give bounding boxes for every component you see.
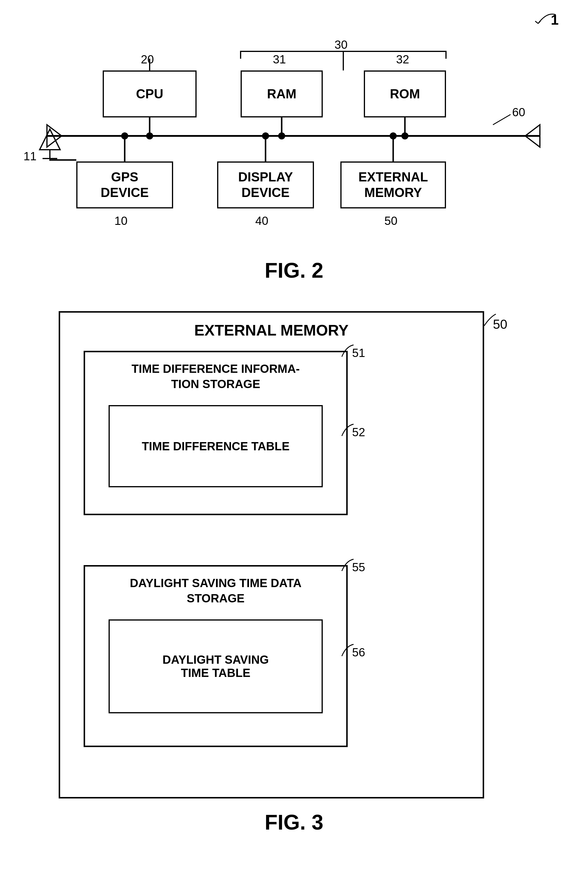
rom-box: ROM [364, 71, 446, 117]
ref-50-fig2: 50 [384, 214, 398, 227]
external-memory-label-fig2: EXTERNALMEMORY [358, 170, 428, 201]
time-diff-table-label: TIME DIFFERENCE TABLE [142, 440, 290, 453]
gps-device-box: GPSDEVICE [76, 161, 173, 209]
svg-line-0 [535, 21, 538, 24]
fig3-label: FIG. 3 [0, 810, 588, 834]
ref-30: 30 [334, 38, 348, 51]
antenna-svg [35, 126, 64, 161]
svg-line-19 [493, 114, 510, 125]
ref-40: 40 [255, 214, 268, 227]
time-diff-storage-box: TIME DIFFERENCE INFORMA-TION STORAGE TIM… [84, 351, 348, 515]
gps-device-label: GPSDEVICE [100, 170, 149, 201]
dst-storage-label: DAYLIGHT SAVING TIME DATASTORAGE [85, 575, 346, 606]
ref-56-arrow [340, 643, 355, 658]
ref-55-arrow [340, 558, 355, 572]
ref-51-arrow [340, 344, 355, 358]
ref-11: 11 [24, 150, 37, 163]
display-device-label: DISPLAYDEVICE [238, 170, 293, 201]
ram-box: RAM [241, 71, 323, 117]
dst-table-label: DAYLIGHT SAVINGTIME TABLE [162, 653, 269, 680]
display-device-box: DISPLAYDEVICE [217, 161, 314, 209]
page: 1 [0, 0, 588, 883]
ref-52-arrow [340, 423, 355, 437]
fig2-svg [18, 24, 569, 252]
ref-10: 10 [114, 214, 128, 227]
fig2-diagram: CPU RAM ROM GPSDEVICE DISPLAYDEVICE EXTE… [18, 24, 569, 252]
ref-32: 32 [396, 53, 409, 66]
ref-60: 60 [512, 106, 525, 119]
ref-50-arrow [481, 311, 499, 329]
ref-20: 20 [141, 53, 154, 66]
external-memory-outer-box: EXTERNAL MEMORY TIME DIFFERENCE INFORMA-… [58, 311, 484, 799]
time-diff-table-box: TIME DIFFERENCE TABLE [109, 405, 323, 487]
dst-table-box: DAYLIGHT SAVINGTIME TABLE [109, 619, 323, 713]
antenna-symbol [35, 126, 64, 163]
external-memory-box-fig2: EXTERNALMEMORY [340, 161, 446, 209]
external-memory-title: EXTERNAL MEMORY [60, 321, 483, 339]
svg-marker-20 [40, 129, 60, 150]
dst-storage-box: DAYLIGHT SAVING TIME DATASTORAGE DAYLIGH… [84, 565, 348, 747]
fig2-label: FIG. 2 [0, 258, 588, 282]
ref-31: 31 [273, 53, 286, 66]
time-diff-storage-label: TIME DIFFERENCE INFORMA-TION STORAGE [85, 361, 346, 392]
cpu-box: CPU [103, 71, 196, 117]
